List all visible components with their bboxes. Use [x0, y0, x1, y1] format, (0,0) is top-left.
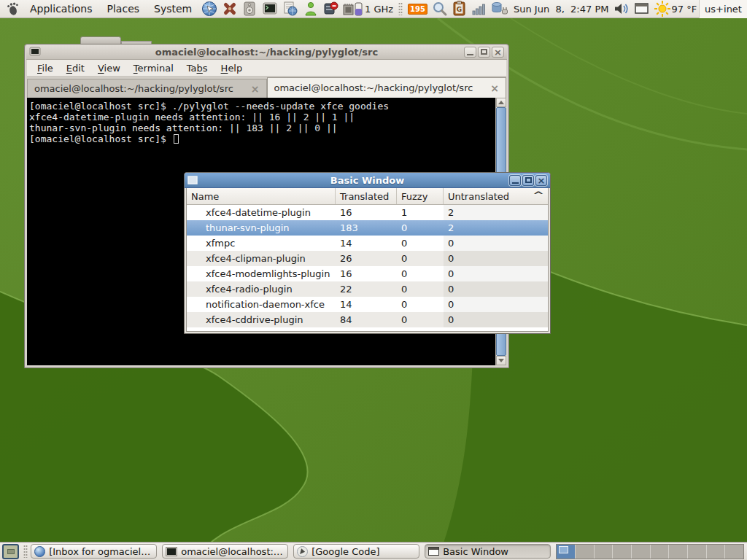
keyboard-layout-indicator[interactable]: us+inet: [699, 0, 747, 18]
cell-name: xfmpc: [187, 236, 336, 251]
workspace-10[interactable]: [724, 545, 743, 559]
cell-name: thunar-svn-plugin: [187, 220, 336, 236]
power-manager-tray-icon[interactable]: [490, 0, 509, 18]
workspace-2[interactable]: [575, 545, 594, 559]
bottom-taskbar: [Inbox for ogmaciel…omaciel@localhost:…[…: [0, 542, 747, 560]
terminal-menu-terminal[interactable]: Terminal: [127, 63, 180, 74]
volume-applet[interactable]: [613, 0, 630, 18]
table-row-thunar-svn-plugin[interactable]: thunar-svn-plugin18302: [187, 220, 548, 236]
notification-window-tray-icon[interactable]: [635, 0, 649, 18]
menu-system[interactable]: System: [147, 3, 199, 15]
column-header-translated[interactable]: Translated: [336, 188, 397, 204]
tab-title: omaciel@localhost:~/hacking/pylyglot/src: [34, 83, 249, 94]
terminal-menu-edit[interactable]: Edit: [60, 63, 91, 74]
panel-drag-handle[interactable]: [398, 2, 403, 15]
workspace-window-thumbnail: [559, 546, 568, 553]
taskbar-button-basic-window[interactable]: Basic Window: [425, 544, 551, 559]
user-buddy-launcher-icon[interactable]: [302, 0, 320, 18]
column-header-name[interactable]: Name: [187, 188, 336, 204]
weather-applet[interactable]: 97 °F: [654, 0, 697, 18]
media-player-launcher-icon[interactable]: [241, 0, 259, 18]
menu-applications[interactable]: Applications: [23, 3, 100, 15]
menu-places[interactable]: Places: [100, 3, 147, 15]
cell-name: notification-daemon-xfce: [187, 297, 336, 312]
terminal-menu-help[interactable]: Help: [214, 63, 249, 74]
workspace-3[interactable]: [594, 545, 613, 559]
workspace-4[interactable]: [612, 545, 631, 559]
close-button[interactable]: ×: [492, 47, 504, 58]
table-rows: xfce4-datetime-plugin1612thunar-svn-plug…: [187, 205, 548, 327]
minimize-button[interactable]: [464, 47, 476, 58]
workspace-7[interactable]: [668, 545, 687, 559]
web-browser-launcher-icon[interactable]: [201, 0, 218, 18]
network-monitor-tray-icon[interactable]: [471, 0, 486, 18]
table-row-xfce4-modemlights-plugin[interactable]: xfce4-modemlights-plugin1600: [187, 266, 548, 281]
taskbar-button-google-code[interactable]: [Google Code]: [293, 544, 419, 559]
cell-name: xfce4-datetime-plugin: [187, 205, 336, 220]
cell-untranslated: 0: [444, 281, 548, 297]
clipboard-manager-tray-icon[interactable]: G: [452, 0, 467, 18]
sun-icon: [654, 0, 671, 18]
workspace-switcher: [556, 544, 744, 559]
workspace-8[interactable]: [687, 545, 706, 559]
taskbar-button-omaciel-localhost[interactable]: omaciel@localhost:…: [162, 544, 288, 559]
panel-menubar: ApplicationsPlacesSystem: [23, 0, 199, 18]
cell-translated: 183: [336, 220, 397, 236]
tab-title: omaciel@localhost:~/hacking/pylyglot/src: [274, 82, 489, 93]
window-icon: [428, 547, 439, 556]
table-row-notification-daemon-xfce[interactable]: notification-daemon-xfce1400: [187, 297, 548, 312]
cell-untranslated: 0: [444, 266, 548, 281]
search-tray-icon[interactable]: [432, 0, 448, 18]
cpu-chip-icon: [343, 1, 365, 17]
gnome-foot-icon[interactable]: [5, 1, 20, 16]
terminal-menu-file[interactable]: File: [31, 63, 60, 74]
workspace-9[interactable]: [706, 545, 725, 559]
column-header-fuzzy[interactable]: Fuzzy: [397, 188, 444, 204]
workspace-5[interactable]: [631, 545, 650, 559]
feed-reader-tray-icon[interactable]: 195: [408, 0, 427, 18]
cell-name: xfce4-radio-plugin: [187, 281, 336, 297]
terminal-launcher-icon[interactable]: [261, 0, 279, 18]
table-row-xfce4-clipman-plugin[interactable]: xfce4-clipman-plugin2600: [187, 251, 548, 266]
column-header-untranslated[interactable]: Untranslated ^: [444, 188, 548, 204]
minimize-button[interactable]: [509, 175, 521, 186]
taskbar-button-inbox-for-ogmaciel[interactable]: [Inbox for ogmaciel…: [31, 544, 157, 559]
maximize-button[interactable]: [522, 175, 534, 186]
scroll-up-button[interactable]: [496, 98, 506, 107]
cpu-frequency-applet[interactable]: 1 GHz: [343, 0, 393, 18]
table-row-xfce4-cddrive-plugin[interactable]: xfce4-cddrive-plugin8400: [187, 312, 548, 327]
tab-close-icon[interactable]: [249, 84, 262, 94]
svg-text:G: G: [457, 6, 462, 13]
table-row-xfce4-radio-plugin[interactable]: xfce4-radio-plugin2200: [187, 281, 548, 297]
cell-untranslated: 2: [444, 205, 548, 220]
terminal-tab-2[interactable]: omaciel@localhost:~/hacking/pylyglot/src: [267, 77, 507, 98]
terminal-titlebar[interactable]: omaciel@localhost:~/hacking/pylyglot/src…: [26, 44, 507, 60]
cell-fuzzy: 0: [397, 266, 444, 281]
maximize-button[interactable]: [478, 47, 490, 58]
task-label: omaciel@localhost:…: [181, 546, 283, 557]
workspace-6[interactable]: [650, 545, 669, 559]
scroll-down-button[interactable]: [496, 356, 506, 365]
table-row-xfmpc[interactable]: xfmpc1400: [187, 236, 548, 251]
terminal-tabbar: omaciel@localhost:~/hacking/pylyglot/src…: [27, 77, 506, 98]
terminal-menu-tabs[interactable]: Tabs: [180, 63, 214, 74]
cell-untranslated: 2: [444, 220, 548, 236]
package-updater-launcher-icon[interactable]: [322, 0, 339, 18]
terminal-tab-1[interactable]: omaciel@localhost:~/hacking/pylyglot/src: [27, 79, 267, 98]
clock-applet[interactable]: Sun Jun 8, 2:47 PM: [514, 0, 609, 18]
cell-name: xfce4-cddrive-plugin: [187, 312, 336, 327]
show-desktop-button[interactable]: [2, 544, 19, 559]
taskbar-drag-handle[interactable]: [23, 545, 28, 558]
close-button[interactable]: ×: [535, 175, 547, 186]
terminal-menu-view[interactable]: View: [91, 63, 127, 74]
task-label: [Google Code]: [311, 546, 379, 557]
gimp-launcher-icon[interactable]: [221, 0, 239, 18]
basic-window: Basic Window × Name Translated Fuzzy: [184, 172, 551, 334]
basic-window-titlebar[interactable]: Basic Window ×: [185, 173, 550, 188]
tab-close-icon[interactable]: [488, 83, 501, 93]
basic-window-controls: ×: [508, 175, 547, 186]
web-document-launcher-icon[interactable]: [282, 0, 299, 18]
workspace-1[interactable]: [557, 545, 575, 559]
table-row-xfce4-datetime-plugin[interactable]: xfce4-datetime-plugin1612: [187, 205, 548, 220]
cell-fuzzy: 1: [397, 205, 444, 220]
